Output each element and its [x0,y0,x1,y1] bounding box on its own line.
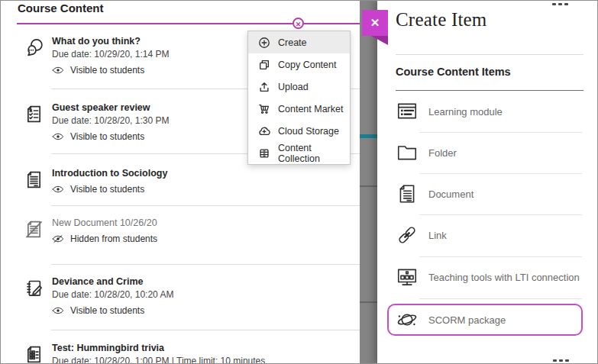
menu-item-label: Content Collection [278,143,350,164]
panel-item-label: Teaching tools with LTI connection [428,272,580,283]
menu-item-label: Cloud Storage [278,126,339,137]
item-visibility[interactable]: Visible to students [52,131,169,142]
document-icon [24,169,44,190]
item-due-date: Due date: 10/29/20, 1:14 PM [52,48,169,60]
divider [51,330,360,330]
learning-module-icon [396,100,419,123]
divider [360,185,377,187]
visibility-label: Visible to students [70,131,144,142]
document-hidden-icon [24,219,44,240]
list-item[interactable]: Introduction to Sociology Visible to stu… [24,168,344,195]
close-add-content-button[interactable]: ✕ [293,18,304,29]
list-item[interactable]: Test: Hummingbird trivia Due date: 10/28… [24,343,344,364]
panel-item-document[interactable]: Document [396,173,583,214]
more-options-icon[interactable] [552,3,568,5]
menu-item-upload[interactable]: Upload [248,76,350,98]
close-panel-button[interactable]: ✕ [362,10,388,36]
item-body: Introduction to Sociology Visible to stu… [52,168,167,195]
teal-accent-line [360,134,377,138]
item-body: Test: Hummingbird trivia Due date: 10/28… [52,343,265,364]
eye-off-icon [52,234,64,243]
item-body: What do you think? Due date: 10/29/20, 1… [52,36,169,76]
list-item[interactable]: Deviance and Crime Due date: 10/28/20, 1… [24,276,344,316]
journal-icon [24,278,44,298]
item-visibility[interactable]: Hidden from students [52,234,157,244]
divider [360,301,377,303]
menu-item-content-collection[interactable]: Content Collection [248,142,350,164]
item-title[interactable]: Guest speaker review [52,102,169,114]
item-body: New Document 10/26/20 Hidden from studen… [52,217,157,244]
panel-item-label: Learning module [428,106,503,118]
panel-item-label: Folder [428,147,457,159]
item-due-date: Due date: 10/28/20, 1:00 PM | Time limit… [52,355,265,364]
more-options-icon[interactable] [553,359,569,362]
scorm-icon [396,308,419,331]
item-due-date: Due date: 10/28/20, 1:30 PM [52,114,169,127]
page-title: Course Content [18,2,104,14]
section-heading: Course Content Items [396,66,511,78]
divider [51,205,360,206]
create-item-panel: Create Item Course Content Items Learnin… [377,1,598,364]
divider [51,264,360,265]
menu-item-label: Content Market [278,104,343,114]
menu-item-create[interactable]: Create [248,31,350,53]
lti-icon [396,266,419,288]
menu-item-label: Create [278,37,307,48]
accent-divider [17,23,360,24]
panel-item-scorm-package[interactable]: SCORM package [396,299,583,340]
item-visibility[interactable]: Visible to students [52,65,169,76]
copy-icon [258,59,270,71]
list-item[interactable]: New Document 10/26/20 Hidden from studen… [24,217,344,244]
cart-icon [258,103,270,115]
collection-icon [258,147,270,159]
item-visibility[interactable]: Visible to students [52,305,173,316]
eye-icon [52,132,64,141]
upload-icon [258,81,270,93]
menu-item-cloud-storage[interactable]: Cloud Storage [248,120,350,142]
panel-item-label: Link [428,230,447,241]
item-due-date: Due date: 10/28/20, 10:20 AM [52,288,173,301]
panel-item-folder[interactable]: Folder [396,132,583,173]
item-body: Guest speaker review Due date: 10/28/20,… [52,102,169,142]
assignment-icon [24,104,44,124]
item-title[interactable]: New Document 10/26/20 [52,217,157,229]
eye-icon [52,306,64,315]
folder-icon [396,141,419,164]
panel-item-label: SCORM package [428,314,506,326]
menu-item-content-market[interactable]: Content Market [248,98,350,120]
panel-item-label: Document [428,188,474,200]
item-title[interactable]: Test: Hummingbird trivia [52,343,265,354]
link-icon [396,224,419,246]
plus-circle-icon [258,37,270,49]
dimmed-page-overlay [360,1,377,364]
panel-item-learning-module[interactable]: Learning module [396,91,583,132]
visibility-label: Visible to students [70,305,144,316]
panel-title: Create Item [396,9,487,31]
item-title[interactable]: Introduction to Sociology [52,168,167,179]
menu-item-copy-content[interactable]: Copy Content [248,53,350,76]
visibility-label: Hidden from students [70,234,157,244]
eye-icon [52,185,64,194]
add-content-menu: Create Copy Content Upload Content Marke… [247,31,351,165]
panel-item-lti-tools[interactable]: Teaching tools with LTI connection [396,256,583,298]
visibility-label: Visible to students [70,65,144,76]
course-content-page: Course Content ✕ What do you think? Due … [0,0,598,364]
item-title[interactable]: Deviance and Crime [52,276,173,288]
test-icon [24,344,44,364]
discussion-icon [24,37,44,58]
document-icon [396,182,419,205]
cloud-icon [258,125,270,137]
visibility-label: Visible to students [70,184,144,195]
eye-icon [52,66,64,75]
panel-item-link[interactable]: Link [396,214,583,256]
item-body: Deviance and Crime Due date: 10/28/20, 1… [52,276,173,316]
item-title[interactable]: What do you think? [52,36,169,47]
item-visibility[interactable]: Visible to students [52,184,167,195]
menu-item-label: Upload [278,82,309,92]
divider [396,54,583,55]
menu-item-label: Copy Content [278,60,336,70]
